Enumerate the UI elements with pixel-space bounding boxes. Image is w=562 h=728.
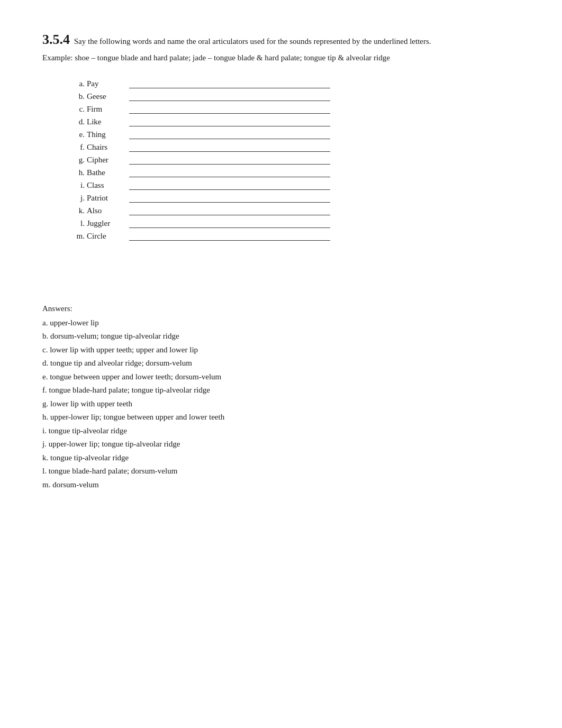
page-content: 3.5.4 Say the following words and name t… [42,32,520,492]
word-item: j.Patriot [74,193,520,203]
section-instruction: Say the following words and name the ora… [74,37,431,46]
word-letter: b. [74,92,85,101]
word-list: a.Payb.Geesec.Firmd.Likee.Thingf.Chairsg… [74,79,520,241]
section-number: 3.5.4 [42,32,70,47]
answer-item: g. lower lip with upper teeth [42,397,520,411]
word-letter: l. [74,219,85,228]
answer-line [129,219,330,228]
word-item: d.Like [74,117,520,126]
answer-item: a. upper-lower lip [42,316,520,330]
word-letter: e. [74,130,85,139]
word-item: g.Cipher [74,155,520,165]
answer-item: m. dorsum-velum [42,478,520,492]
word-item: b.Geese [74,92,520,101]
word-text: Patriot [87,194,124,203]
word-item: i.Class [74,180,520,190]
answer-item: e. tongue between upper and lower teeth;… [42,370,520,384]
word-letter: m. [74,232,85,241]
answer-line [129,142,330,152]
answer-item: k. tongue tip-alveolar ridge [42,451,520,465]
word-item: c.Firm [74,104,520,114]
word-letter: d. [74,117,85,126]
answers-section: Answers: a. upper-lower lipb. dorsum-vel… [42,304,520,492]
section-header: 3.5.4 Say the following words and name t… [42,32,520,48]
word-text: Chairs [87,143,124,152]
word-letter: i. [74,181,85,190]
answer-item: i. tongue tip-alveolar ridge [42,424,520,438]
word-letter: h. [74,168,85,177]
answer-line [129,206,330,215]
answer-item: d. tongue tip and alveolar ridge; dorsum… [42,357,520,370]
answer-line [129,193,330,203]
answer-line [129,117,330,126]
word-text: Firm [87,105,124,114]
word-item: h.Bathe [74,168,520,177]
word-text: Cipher [87,156,124,165]
answer-line [129,79,330,88]
answer-line [129,231,330,241]
answer-line [129,168,330,177]
word-item: k.Also [74,206,520,215]
word-letter: c. [74,105,85,114]
answer-line [129,155,330,165]
word-text: Bathe [87,168,124,177]
answer-line [129,180,330,190]
answer-item: b. dorsum-velum; tongue tip-alveolar rid… [42,330,520,343]
word-text: Juggler [87,219,124,228]
word-letter: f. [74,143,85,152]
word-text: Also [87,206,124,215]
answers-title: Answers: [42,304,520,313]
word-item: a.Pay [74,79,520,88]
answer-lines: a. upper-lower lipb. dorsum-velum; tongu… [42,316,520,492]
word-text: Circle [87,232,124,241]
word-letter: k. [74,206,85,215]
answer-item: j. upper-lower lip; tongue tip-alveolar … [42,438,520,451]
answer-item: l. tongue blade-hard palate; dorsum-velu… [42,465,520,478]
answer-line [129,92,330,101]
example-text: Example: shoe – tongue blade and hard pa… [42,52,520,64]
word-item: f.Chairs [74,142,520,152]
word-letter: j. [74,194,85,203]
answer-item: c. lower lip with upper teeth; upper and… [42,343,520,357]
word-item: m.Circle [74,231,520,241]
word-item: l.Juggler [74,219,520,228]
word-text: Like [87,117,124,126]
word-text: Geese [87,92,124,101]
word-text: Class [87,181,124,190]
word-letter: a. [74,79,85,88]
word-text: Pay [87,79,124,88]
answer-line [129,104,330,114]
word-letter: g. [74,156,85,165]
word-item: e.Thing [74,130,520,139]
answer-line [129,130,330,139]
answer-item: h. upper-lower lip; tongue between upper… [42,411,520,424]
answer-item: f. tongue blade-hard palate; tongue tip-… [42,384,520,397]
word-text: Thing [87,130,124,139]
